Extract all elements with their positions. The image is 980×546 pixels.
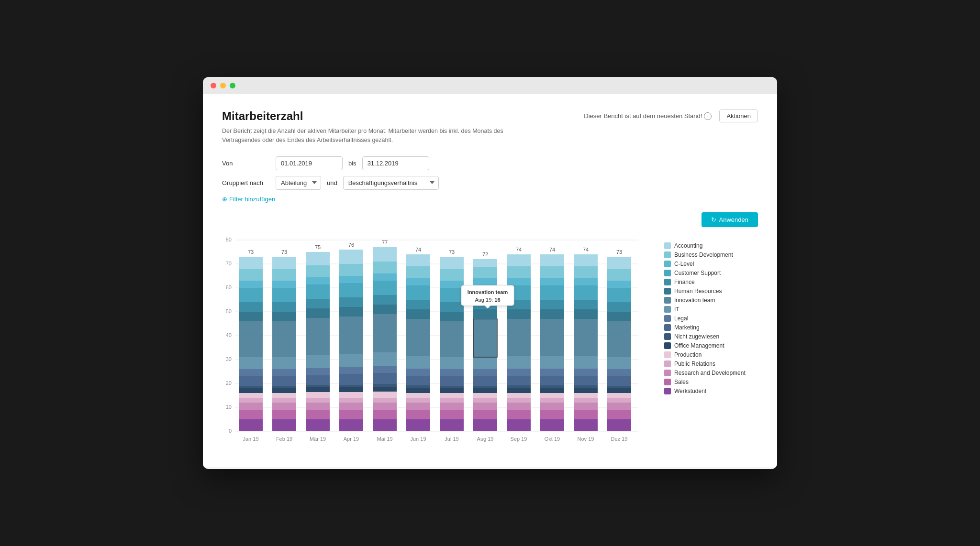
svg-rect-198	[540, 356, 564, 369]
svg-rect-60	[306, 392, 330, 398]
svg-text:0: 0	[229, 428, 232, 434]
svg-rect-21	[239, 398, 263, 403]
svg-rect-161	[473, 319, 497, 357]
info-icon[interactable]: i	[704, 112, 712, 120]
bar-jun[interactable]: 74 Jun 19	[406, 247, 430, 442]
apply-button[interactable]: ↻ Anwenden	[702, 212, 758, 227]
legend-item: IT	[664, 306, 760, 313]
legend-label: Werkstudent	[674, 388, 706, 394]
svg-rect-176	[507, 385, 531, 388]
svg-rect-178	[507, 369, 531, 376]
svg-rect-50	[272, 288, 296, 302]
bar-dez[interactable]: 73 Dez 19	[607, 249, 631, 442]
svg-rect-156	[473, 388, 497, 393]
legend-item: Human Resources	[664, 288, 760, 295]
bar-mar[interactable]: 75 Mär 19	[306, 244, 330, 442]
svg-rect-84	[339, 354, 363, 367]
svg-rect-189	[540, 419, 564, 431]
svg-text:80: 80	[226, 237, 232, 242]
svg-rect-30	[239, 302, 263, 312]
svg-rect-195	[540, 385, 564, 388]
legend-label: Accounting	[674, 242, 702, 249]
svg-rect-63	[306, 375, 330, 385]
svg-rect-217	[574, 356, 598, 369]
und-select[interactable]: Beschäftigungsverhältnis	[343, 176, 439, 190]
minimize-dot[interactable]	[220, 83, 226, 88]
svg-rect-115	[406, 403, 430, 410]
svg-rect-37	[272, 419, 296, 431]
legend-color-swatch	[664, 261, 671, 267]
bar-sep[interactable]: 74 Sep 19	[507, 247, 531, 442]
legend-color-swatch	[664, 270, 671, 276]
legend-item: Legal	[664, 315, 760, 322]
bar-apr[interactable]: 76 Apr 19	[339, 242, 363, 442]
svg-rect-48	[272, 312, 296, 321]
svg-rect-139	[440, 376, 464, 386]
bar-jan[interactable]: 73 Jan 19	[239, 249, 263, 442]
svg-rect-229	[607, 403, 631, 410]
svg-rect-27	[239, 357, 263, 369]
svg-rect-211	[574, 398, 598, 403]
svg-rect-231	[607, 393, 631, 398]
svg-rect-59	[306, 398, 330, 403]
svg-rect-214	[574, 385, 598, 388]
bar-mai[interactable]: 77 Mai 19	[373, 240, 397, 442]
svg-rect-158	[473, 376, 497, 386]
add-filter-row: ⊕ Filter hinzufügen	[222, 196, 758, 203]
legend-item: Research and Development	[664, 370, 760, 376]
legend-label: Research and Development	[674, 370, 746, 376]
svg-rect-88	[339, 283, 363, 297]
aktionen-button[interactable]: Aktionen	[719, 109, 758, 122]
legend-item: C-Level	[664, 261, 760, 267]
bar-okt[interactable]: 74 Okt 19	[540, 247, 564, 442]
svg-rect-239	[607, 302, 631, 312]
add-filter-button[interactable]: ⊕ Filter hinzufügen	[222, 196, 275, 203]
svg-rect-101	[373, 373, 397, 384]
gruppiert-select[interactable]: Abteilung	[276, 176, 321, 190]
bar-feb[interactable]: 73 Feb 19	[272, 249, 296, 442]
svg-rect-213	[574, 388, 598, 393]
titlebar	[203, 77, 777, 94]
svg-rect-125	[406, 300, 430, 309]
bis-input[interactable]	[362, 156, 429, 170]
legend-color-swatch	[664, 279, 671, 285]
svg-rect-196	[540, 376, 564, 385]
svg-rect-114	[406, 410, 430, 419]
svg-rect-24	[239, 386, 263, 388]
date-filter-row: Von bis	[222, 156, 758, 170]
svg-text:Apr 19: Apr 19	[344, 436, 359, 442]
legend-color-swatch	[664, 315, 671, 322]
svg-text:10: 10	[226, 404, 232, 410]
legend-label: Customer Support	[674, 270, 721, 276]
legend-item: Nicht zugewiesen	[664, 333, 760, 340]
svg-rect-77	[339, 403, 363, 410]
svg-rect-44	[272, 376, 296, 386]
legend-color-swatch	[664, 306, 671, 313]
svg-rect-243	[607, 257, 631, 269]
svg-rect-194	[540, 388, 564, 393]
legend-color-swatch	[664, 288, 671, 295]
svg-rect-191	[540, 403, 564, 410]
svg-rect-26	[239, 369, 263, 376]
bar-jul[interactable]: 73 Jul 19	[440, 249, 464, 442]
svg-rect-179	[507, 356, 531, 369]
bar-nov[interactable]: 74 Nov 19	[574, 247, 598, 442]
von-input[interactable]	[276, 156, 343, 170]
svg-rect-38	[272, 410, 296, 419]
close-dot[interactable]	[211, 83, 216, 88]
legend-item: Office Management	[664, 342, 760, 349]
legend-label: IT	[674, 306, 679, 313]
svg-rect-89	[339, 276, 363, 283]
bar-aug[interactable]: 72 Aug 19	[473, 251, 497, 442]
svg-rect-154	[473, 398, 497, 403]
svg-rect-204	[540, 266, 564, 278]
legend-item: Business Development	[664, 251, 760, 258]
svg-rect-100	[373, 384, 397, 387]
svg-text:Innovation team: Innovation team	[468, 289, 508, 295]
main-content: Mitarbeiterzahl Dieser Bericht ist auf d…	[203, 94, 777, 467]
legend-color-swatch	[664, 360, 671, 367]
maximize-dot[interactable]	[230, 83, 235, 88]
svg-text:Sep 19: Sep 19	[511, 436, 527, 442]
svg-rect-143	[440, 312, 464, 321]
svg-rect-118	[406, 388, 430, 393]
